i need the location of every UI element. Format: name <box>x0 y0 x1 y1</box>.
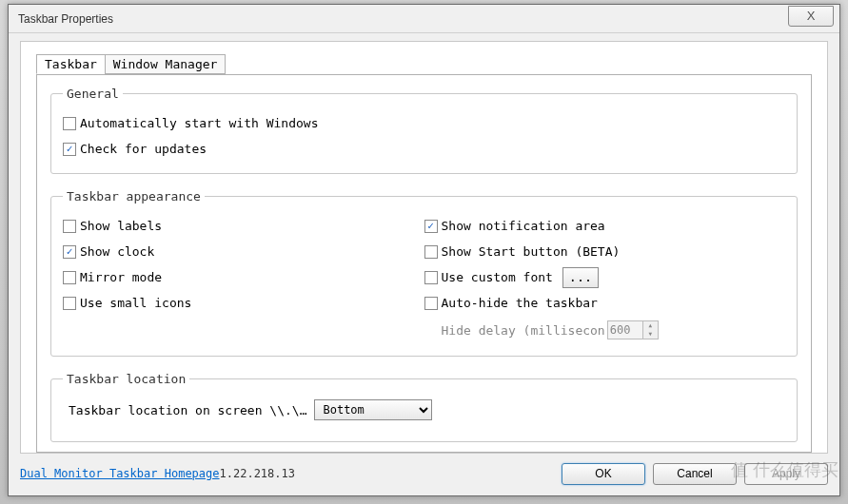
close-button[interactable]: X <box>788 6 834 27</box>
checkbox-show-labels[interactable] <box>63 220 76 233</box>
font-picker-button[interactable]: ... <box>562 267 599 288</box>
group-general-legend: General <box>63 87 123 101</box>
footer: Dual Monitor Taskbar Homepage 1.22.218.1… <box>20 461 828 486</box>
group-appearance-legend: Taskbar appearance <box>63 189 205 204</box>
content-panel: Taskbar Window Manager General Automatic… <box>20 41 828 454</box>
label-location: Taskbar location on screen \\.\… <box>69 403 306 417</box>
label-show-labels: Show labels <box>80 219 162 233</box>
tab-body: General Automatically start with Windows… <box>36 74 812 453</box>
cancel-button[interactable]: Cancel <box>653 463 737 485</box>
label-check-updates: Check for updates <box>80 142 207 156</box>
hide-delay-spinner: ▲ ▼ <box>607 320 659 339</box>
spinner-up-icon: ▲ <box>643 321 658 330</box>
titlebar: Taskbar Properties X <box>9 5 839 33</box>
group-location: Taskbar location Taskbar location on scr… <box>50 372 798 442</box>
label-show-start: Show Start button (BETA) <box>442 244 621 259</box>
dialog-window: Taskbar Properties X Taskbar Window Mana… <box>8 4 840 496</box>
close-icon: X <box>807 9 816 23</box>
label-small-icons: Use small icons <box>80 296 191 310</box>
hide-delay-input <box>607 320 643 339</box>
checkbox-show-notif[interactable] <box>424 220 438 233</box>
apply-button: Apply <box>744 463 828 485</box>
checkbox-custom-font[interactable] <box>424 271 438 284</box>
checkbox-mirror-mode[interactable] <box>63 271 76 284</box>
window-title: Taskbar Properties <box>18 12 113 26</box>
checkbox-auto-start[interactable] <box>63 117 76 130</box>
tab-strip: Taskbar Window Manager <box>36 54 812 74</box>
label-custom-font: Use custom font <box>442 270 553 284</box>
label-show-clock: Show clock <box>80 244 154 259</box>
group-general: General Automatically start with Windows… <box>50 87 798 174</box>
checkbox-show-clock[interactable] <box>63 245 76 259</box>
homepage-link[interactable]: Dual Monitor Taskbar Homepage <box>20 467 220 480</box>
group-appearance: Taskbar appearance Show labels Show cloc… <box>50 189 798 357</box>
checkbox-small-icons[interactable] <box>63 297 76 310</box>
group-location-legend: Taskbar location <box>63 372 189 386</box>
checkbox-auto-hide[interactable] <box>424 297 438 310</box>
label-auto-hide: Auto-hide the taskbar <box>442 296 598 310</box>
label-show-notif: Show notification area <box>442 219 605 233</box>
location-select[interactable]: Bottom <box>314 399 432 420</box>
tab-window-manager[interactable]: Window Manager <box>105 54 227 74</box>
spinner-down-icon: ▼ <box>643 330 658 339</box>
ok-button[interactable]: OK <box>562 463 645 485</box>
label-hide-delay: Hide delay (millisecon <box>442 323 605 338</box>
label-mirror-mode: Mirror mode <box>80 270 162 284</box>
checkbox-show-start[interactable] <box>424 245 438 259</box>
tab-taskbar[interactable]: Taskbar <box>36 54 106 74</box>
label-auto-start: Automatically start with Windows <box>80 116 318 130</box>
checkbox-check-updates[interactable] <box>63 143 76 156</box>
version-label: 1.22.218.13 <box>220 467 295 480</box>
